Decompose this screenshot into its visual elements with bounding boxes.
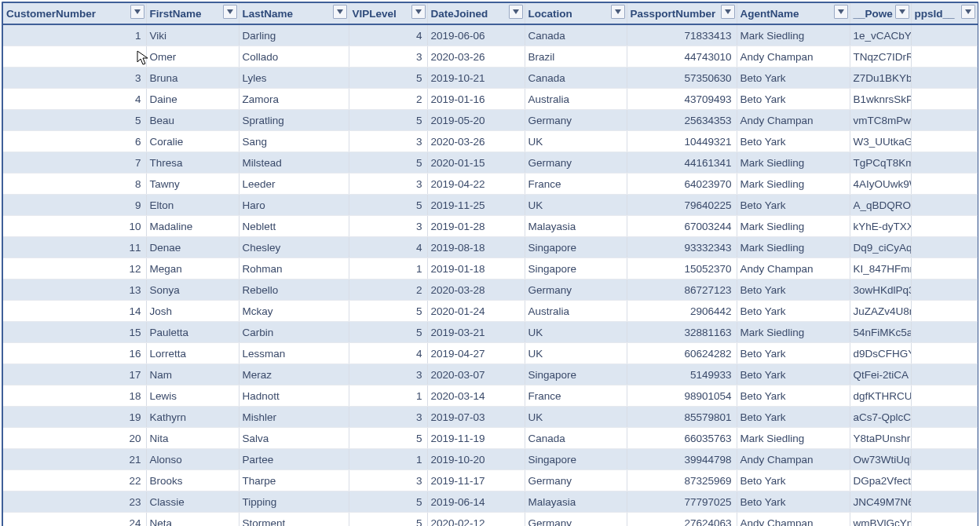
table-row[interactable]: 18LewisHadnott12020-03-14France98901054B… [3, 385, 977, 407]
cell-lastname[interactable]: Darling [239, 24, 349, 46]
cell-firstname[interactable]: Lewis [146, 385, 239, 407]
cell-viplevel[interactable]: 5 [349, 513, 427, 527]
table-row[interactable]: 20NitaSalva52019-11-19Canada66035763Mark… [3, 428, 977, 449]
cell-passportnumber[interactable]: 44161341 [627, 152, 737, 174]
table-row[interactable]: 6CoralieSang32020-03-26UK10449321Beto Ya… [3, 131, 977, 152]
cell-viplevel[interactable]: 5 [349, 491, 427, 513]
cell-location[interactable]: UK [525, 195, 627, 216]
cell-customernumber[interactable]: 23 [3, 491, 146, 513]
cell-location[interactable]: Canada [525, 68, 627, 89]
cell-lastname[interactable]: Hadnott [239, 385, 349, 407]
cell-customernumber[interactable]: 13 [3, 279, 146, 301]
cell-ppsid[interactable] [911, 470, 977, 491]
cell-viplevel[interactable]: 3 [349, 46, 427, 68]
cell-firstname[interactable]: Beau [146, 110, 239, 131]
cell-customernumber[interactable]: 4 [3, 89, 146, 110]
cell-location[interactable]: UK [525, 407, 627, 428]
cell-powe[interactable]: dgfKTHRCUmM [850, 385, 911, 407]
cell-ppsid[interactable] [911, 513, 977, 527]
cell-location[interactable]: Singapore [525, 237, 627, 258]
cell-passportnumber[interactable]: 86727123 [627, 279, 737, 301]
cell-firstname[interactable]: Alonso [146, 449, 239, 470]
cell-viplevel[interactable]: 3 [349, 216, 427, 237]
cell-datejoined[interactable]: 2020-02-12 [427, 513, 525, 527]
cell-location[interactable]: Germany [525, 279, 627, 301]
cell-agentname[interactable]: Andy Champan [737, 258, 850, 279]
cell-viplevel[interactable]: 2 [349, 279, 427, 301]
table-row[interactable]: 13SonyaRebello22020-03-28Germany86727123… [3, 279, 977, 301]
cell-datejoined[interactable]: 2019-06-06 [427, 24, 525, 46]
cell-datejoined[interactable]: 2019-10-21 [427, 68, 525, 89]
cell-agentname[interactable]: Beto Yark [737, 89, 850, 110]
table-row[interactable]: 22BrooksTharpe32019-11-17Germany87325969… [3, 470, 977, 491]
table-row[interactable]: 4DaineZamora22019-01-16Australia43709493… [3, 89, 977, 110]
cell-agentname[interactable]: Beto Yark [737, 195, 850, 216]
cell-location[interactable]: Singapore [525, 449, 627, 470]
cell-firstname[interactable]: Nam [146, 364, 239, 385]
cell-ppsid[interactable] [911, 407, 977, 428]
cell-datejoined[interactable]: 2020-01-24 [427, 301, 525, 322]
cell-customernumber[interactable]: 11 [3, 237, 146, 258]
cell-powe[interactable]: JNC49M7N65M [850, 491, 911, 513]
cell-datejoined[interactable]: 2019-11-17 [427, 470, 525, 491]
cell-ppsid[interactable] [911, 449, 977, 470]
cell-powe[interactable]: Ow73WtiUqI0 [850, 449, 911, 470]
cell-viplevel[interactable]: 3 [349, 407, 427, 428]
cell-lastname[interactable]: Sang [239, 131, 349, 152]
cell-lastname[interactable]: Salva [239, 428, 349, 449]
cell-viplevel[interactable]: 5 [349, 152, 427, 174]
filter-dropdown-button[interactable] [130, 5, 144, 19]
cell-customernumber[interactable]: 14 [3, 301, 146, 322]
cell-customernumber[interactable]: 19 [3, 407, 146, 428]
cell-agentname[interactable]: Mark Siedling [737, 24, 850, 46]
filter-dropdown-button[interactable] [961, 5, 975, 19]
cell-location[interactable]: Canada [525, 428, 627, 449]
cell-datejoined[interactable]: 2019-07-03 [427, 407, 525, 428]
cell-lastname[interactable]: Tipping [239, 491, 349, 513]
cell-customernumber[interactable]: 18 [3, 385, 146, 407]
cell-firstname[interactable]: Brooks [146, 470, 239, 491]
cell-datejoined[interactable]: 2019-01-16 [427, 89, 525, 110]
cell-powe[interactable]: aCs7-QplcCg [850, 407, 911, 428]
table-row[interactable]: 8TawnyLeeder32019-04-22France64023970Mar… [3, 174, 977, 195]
cell-ppsid[interactable] [911, 131, 977, 152]
cell-firstname[interactable]: Bruna [146, 68, 239, 89]
column-header-viplevel[interactable]: VIPLevel [349, 3, 427, 24]
cell-lastname[interactable]: Spratling [239, 110, 349, 131]
cell-passportnumber[interactable]: 5149933 [627, 364, 737, 385]
cell-agentname[interactable]: Mark Siedling [737, 152, 850, 174]
column-header-lastname[interactable]: LastName [239, 3, 349, 24]
cell-firstname[interactable]: Tawny [146, 174, 239, 195]
cell-location[interactable]: Germany [525, 152, 627, 174]
table-row[interactable]: 9EltonHaro52019-11-25UK79640225Beto Yark… [3, 195, 977, 216]
cell-powe[interactable]: 3owHKdlPq3g [850, 279, 911, 301]
table-row[interactable]: 1VikiDarling42019-06-06Canada71833413Mar… [3, 24, 977, 46]
cell-location[interactable]: Germany [525, 513, 627, 527]
cell-agentname[interactable]: Andy Champan [737, 449, 850, 470]
cell-viplevel[interactable]: 5 [349, 428, 427, 449]
cell-lastname[interactable]: Milstead [239, 152, 349, 174]
cell-firstname[interactable]: Lorretta [146, 343, 239, 364]
table-row[interactable]: 21AlonsoPartee12019-10-20Singapore399447… [3, 449, 977, 470]
filter-dropdown-button[interactable] [223, 5, 237, 19]
cell-viplevel[interactable]: 4 [349, 237, 427, 258]
cell-ppsid[interactable] [911, 68, 977, 89]
cell-passportnumber[interactable]: 66035763 [627, 428, 737, 449]
cell-agentname[interactable]: Beto Yark [737, 301, 850, 322]
table-row[interactable]: 7ThresaMilstead52020-01-15Germany4416134… [3, 152, 977, 174]
cell-firstname[interactable]: Nita [146, 428, 239, 449]
cell-agentname[interactable]: Mark Siedling [737, 322, 850, 343]
table-row[interactable]: 5BeauSpratling52019-05-20Germany25634353… [3, 110, 977, 131]
cell-agentname[interactable]: Mark Siedling [737, 237, 850, 258]
cell-datejoined[interactable]: 2019-03-21 [427, 322, 525, 343]
cell-ppsid[interactable] [911, 152, 977, 174]
cell-powe[interactable]: TNqzC7IDrRI [850, 46, 911, 68]
cell-agentname[interactable]: Beto Yark [737, 407, 850, 428]
cell-ppsid[interactable] [911, 428, 977, 449]
cell-ppsid[interactable] [911, 279, 977, 301]
cell-ppsid[interactable] [911, 322, 977, 343]
column-header-datejoined[interactable]: DateJoined [427, 3, 525, 24]
cell-customernumber[interactable]: 24 [3, 513, 146, 527]
cell-location[interactable]: Canada [525, 24, 627, 46]
cell-agentname[interactable]: Beto Yark [737, 68, 850, 89]
